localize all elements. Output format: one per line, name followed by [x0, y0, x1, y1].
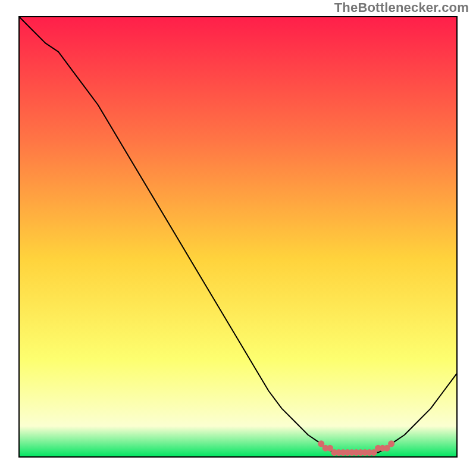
plot-area	[19, 17, 457, 457]
plateau-dot	[388, 440, 394, 447]
bottleneck-chart	[0, 0, 476, 476]
chart-stage: TheBottlenecker.com	[0, 0, 476, 476]
